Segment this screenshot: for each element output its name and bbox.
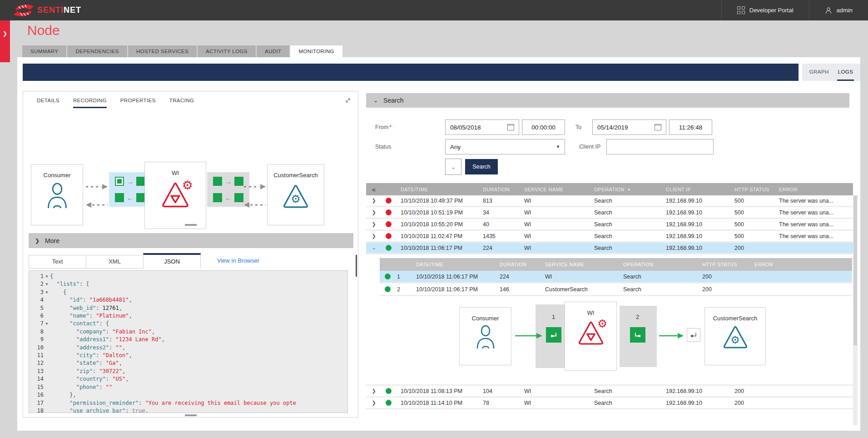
splitter-handle[interactable] <box>185 224 197 226</box>
expand-row-icon[interactable]: ❯ <box>366 233 382 239</box>
column-header-http-status[interactable]: HTTP STATUS <box>729 187 774 192</box>
status-value: Any <box>450 144 461 150</box>
tab-monitoring[interactable]: MONITORING <box>290 45 342 57</box>
tab-dependencies[interactable]: DEPENDENCIES <box>67 45 127 57</box>
consumer-node[interactable]: Consumer <box>459 307 511 365</box>
token: 12761 <box>103 305 119 311</box>
column-header-error[interactable]: ERROR <box>774 187 853 192</box>
message-2-icon[interactable] <box>630 327 645 343</box>
fold-icon[interactable]: ▼ <box>44 320 50 328</box>
fold-icon[interactable]: ▼ <box>44 273 50 280</box>
collapse-all-icon[interactable]: « <box>366 185 382 193</box>
payload-tab-json[interactable]: JSON <box>143 253 201 269</box>
status-select[interactable]: Any ▼ <box>445 139 565 154</box>
fold-icon[interactable]: ▼ <box>44 289 50 296</box>
client-ip-input[interactable] <box>611 144 709 150</box>
column-header-operation[interactable]: OPERATION▲ <box>589 187 660 192</box>
user-menu[interactable]: admin <box>809 0 868 20</box>
from-time-field[interactable] <box>522 119 565 135</box>
detail-log-row[interactable]: 210/10/2018 11:06:17 PM146CustomerSearch… <box>380 284 852 296</box>
to-time-input[interactable] <box>674 124 707 131</box>
message-1-icon[interactable] <box>546 327 561 343</box>
column-header-service-name[interactable]: SERVICE NAME <box>519 187 589 192</box>
label: 104 <box>483 388 492 394</box>
from-label: From* <box>375 124 392 130</box>
to-time-field[interactable] <box>669 119 712 135</box>
results-scrollbar[interactable] <box>853 195 858 425</box>
message-3-icon[interactable] <box>687 328 700 342</box>
log-row[interactable]: ❯10/10/2018 10:51:19 PM34WISearch192.168… <box>366 207 853 219</box>
search-button[interactable]: Search <box>465 159 498 174</box>
results-scrollbar-thumb[interactable] <box>853 195 857 345</box>
panel-tab-recording[interactable]: RECORDING <box>73 98 107 108</box>
to-date-input[interactable] <box>597 124 655 131</box>
panel-tab-tracing[interactable]: TRACING <box>169 98 194 108</box>
wi-service-node[interactable]: WI ⚙ <box>144 162 206 229</box>
client-ip-field[interactable] <box>606 139 714 154</box>
wi-node-label: WI <box>565 309 616 316</box>
monitoring-chart-bar[interactable] <box>23 64 799 81</box>
tab-audit[interactable]: AUDIT <box>257 45 290 57</box>
more-expander[interactable]: ❯ More <box>29 233 353 248</box>
payload-tab-xml[interactable]: XML <box>86 255 144 269</box>
panel-scrollbar-thumb[interactable] <box>356 255 357 277</box>
column-header-client-ip[interactable]: CLIENT IP <box>660 187 729 192</box>
column-header-date-time[interactable]: DATE/TIME <box>395 187 477 192</box>
column-label: DURATION <box>483 187 510 192</box>
expand-row-icon[interactable]: ❯ <box>366 400 382 406</box>
expand-row-icon[interactable]: ❯ <box>366 198 382 204</box>
panel-tab-details[interactable]: DETAILS <box>37 98 60 108</box>
customersearch-node[interactable]: CustomerSearch ⚙ <box>704 307 766 365</box>
line-number: 7 <box>29 320 44 328</box>
expand-row-icon[interactable]: ❯ <box>366 388 382 394</box>
from-date-field[interactable] <box>445 119 519 135</box>
fold-icon[interactable]: ▼ <box>44 280 50 288</box>
token: "Platinum" <box>96 313 129 319</box>
log-row[interactable]: ❯10/10/2018 10:55:20 PM40WISearch192.168… <box>366 219 853 231</box>
consumer-node[interactable]: Consumer <box>31 164 83 225</box>
expand-icon[interactable] <box>344 97 352 104</box>
collapse-row-icon[interactable]: ⌄ <box>366 245 382 251</box>
from-time-input[interactable] <box>527 124 560 131</box>
chevron-down-icon: ⌄ <box>373 97 378 104</box>
search-expander[interactable]: ⌄ Search <box>366 93 849 108</box>
to-date-field[interactable] <box>592 119 666 135</box>
token <box>50 408 69 413</box>
log-row[interactable]: ❯10/10/2018 11:02:47 PM1435WISearch192.1… <box>366 231 853 243</box>
expand-row-icon[interactable]: ❯ <box>366 209 382 215</box>
from-date-input[interactable] <box>450 124 507 131</box>
token: "US" <box>112 376 125 382</box>
search-options-dropdown[interactable]: ⌄ <box>445 159 461 175</box>
log-row[interactable]: ⌄10/10/2018 11:06:17 PM224WISearch192.16… <box>366 243 853 254</box>
customersearch-node[interactable]: CustomerSearch ⚙ <box>267 164 324 225</box>
log-row[interactable]: ❯10/10/2018 11:14:10 PM78WISearch192.168… <box>366 398 853 409</box>
developer-portal-link[interactable]: Developer Portal <box>721 0 809 20</box>
payload-tab-text[interactable]: Text <box>29 255 86 269</box>
column-label: DURATION <box>500 262 526 267</box>
fold-spacer <box>44 375 50 383</box>
view-toggle-graph[interactable]: GRAPH <box>808 64 830 81</box>
wi-service-node[interactable]: WI ⚙ <box>565 302 617 371</box>
view-in-browser-link[interactable]: View in Browser <box>217 254 259 268</box>
tab-summary[interactable]: SUMMARY <box>22 45 66 57</box>
log-row[interactable]: ❯10/10/2018 11:08:13 PM104WISearch192.16… <box>366 386 853 398</box>
tab-activity-logs[interactable]: ACTIVITY LOGS <box>198 45 256 57</box>
token: "name" <box>69 313 89 319</box>
column-label: OPERATION <box>594 187 625 192</box>
panel-tab-properties[interactable]: PROPERTIES <box>120 98 156 108</box>
tab-hosted-services[interactable]: HOSTED SERVICES <box>128 45 197 57</box>
column-header-duration[interactable]: DURATION <box>477 187 519 192</box>
sentinet-logo[interactable]: SENTINET <box>13 3 81 18</box>
view-toggle-logs[interactable]: LOGS <box>837 64 854 81</box>
code-editor[interactable]: 1▼{2▼ "lists": [3▼ {4 "id": "1a668b4481"… <box>29 270 348 413</box>
gear-icon: ⚙ <box>182 178 193 193</box>
cell-service: WI <box>519 233 589 239</box>
nav-back-strip[interactable]: ❯ <box>0 20 10 62</box>
log-row[interactable]: ❯10/10/2018 10:49:37 PM813WISearch192.16… <box>366 195 853 207</box>
calendar-icon[interactable] <box>507 124 514 130</box>
expand-row-icon[interactable]: ❯ <box>366 221 382 227</box>
splitter-handle[interactable] <box>185 414 197 416</box>
row-number: 2 <box>395 286 411 293</box>
calendar-icon[interactable] <box>655 124 661 130</box>
detail-log-row[interactable]: 110/10/2018 11:06:17 PM224WISearch200 <box>380 271 852 284</box>
